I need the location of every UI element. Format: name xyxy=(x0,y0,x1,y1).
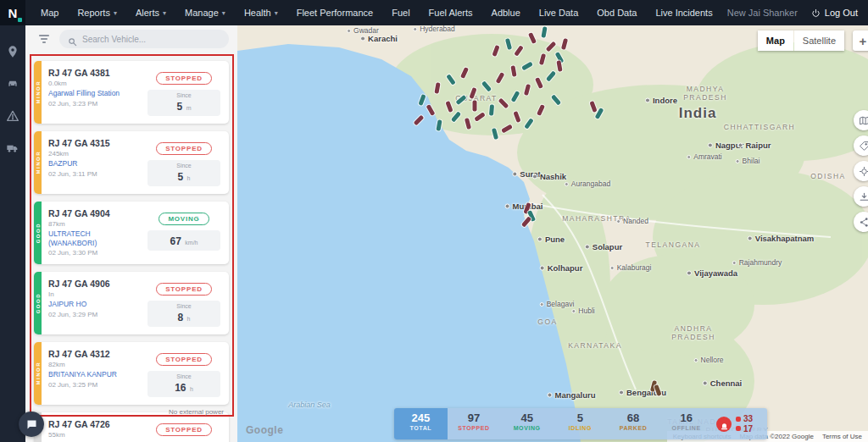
nav-item[interactable]: Live Incidents xyxy=(655,8,712,18)
status-label: TOTAL xyxy=(394,425,448,431)
vehicle-location-link[interactable]: BRITANIYA KANPUR xyxy=(48,370,141,379)
filter-icon xyxy=(37,36,51,48)
nav-item-label: Fuel xyxy=(392,8,409,18)
search-box xyxy=(59,30,229,48)
fleet-status-bar: 245 TOTAL 97 STOPPED 45 MOVING 5 xyxy=(394,408,767,439)
map-label: India xyxy=(679,105,717,122)
vehicle-card[interactable]: MINOR RJ 47 GA 4381 0.0km Agarwal Fillin… xyxy=(34,61,229,124)
map-label: ANDHRA PRADESH xyxy=(671,324,715,341)
status-badge: STOPPED xyxy=(156,423,212,436)
icon-rail xyxy=(0,25,25,442)
map-control-button[interactable] xyxy=(854,110,868,130)
vehicle-location-link[interactable]: ULTRATECH (WANAKBORI) xyxy=(48,229,141,247)
nav-item[interactable]: Adblue xyxy=(492,8,520,18)
vehicle-list-panel: MINOR RJ 47 GA 4381 0.0km Agarwal Fillin… xyxy=(25,25,237,442)
nav-item[interactable]: Fuel Alerts xyxy=(429,8,473,18)
vehicle-location-link[interactable]: JAIPUR HO xyxy=(48,300,141,309)
rail-button[interactable] xyxy=(0,100,25,132)
location-pin-icon xyxy=(6,45,19,58)
severity-stripe: MINOR xyxy=(34,61,42,124)
status-badge: STOPPED xyxy=(156,283,212,296)
map-control-button[interactable] xyxy=(854,212,868,232)
status-cell[interactable]: 68 PARKED xyxy=(607,408,660,439)
nav-item[interactable]: Fuel xyxy=(392,8,409,18)
since-label: Since xyxy=(151,303,217,309)
google-logo[interactable]: Google xyxy=(246,424,283,436)
user-name[interactable]: New Jai Shanker xyxy=(727,8,798,18)
status-cell[interactable]: 45 MOVING xyxy=(500,408,554,439)
map-control-button[interactable] xyxy=(854,161,868,181)
rail-button[interactable] xyxy=(0,68,25,100)
status-count: 45 xyxy=(500,412,554,425)
nav-item[interactable]: Obd Data xyxy=(597,8,637,18)
map-label: Kalaburagi xyxy=(610,263,652,272)
metric-unit: h xyxy=(187,175,191,181)
vehicle-timestamp: 02 Jun, 3:23 PM xyxy=(48,100,141,108)
chevron-down-icon: ▾ xyxy=(222,9,225,17)
vehicle-distance: 0.0km xyxy=(48,80,141,87)
vehicle-card[interactable]: GOOD RJ 47 GA 4906 In JAIPUR HO 02 Jun, … xyxy=(34,272,229,334)
nav-item[interactable]: Live Data xyxy=(539,8,578,18)
map-container: GwadarKarachiHyderabadGUJARATMADHYA PRAD… xyxy=(237,25,868,442)
nav-item[interactable]: Reports ▾ xyxy=(77,8,117,18)
nav-item[interactable]: Fleet Performance xyxy=(297,8,373,18)
vehicle-card[interactable]: GOOD RJ 47 GA 4904 87km ULTRATECH (WANAK… xyxy=(34,202,229,264)
map-label: Amravati xyxy=(687,152,722,161)
alerts-triangle-icon xyxy=(6,109,19,123)
map-control-button[interactable] xyxy=(854,135,868,156)
status-badge: STOPPED xyxy=(156,142,212,155)
filter-button[interactable] xyxy=(37,32,51,46)
status-cell[interactable]: 16 OFFLINE xyxy=(659,408,713,439)
since-label: Since xyxy=(151,373,217,379)
nav-item-label: Reports xyxy=(77,8,110,18)
vehicle-metric: Since 16 h xyxy=(147,371,220,397)
rail-button[interactable] xyxy=(0,36,25,68)
logout-button[interactable]: Log Out xyxy=(811,8,858,18)
vehicle-distance: 245km xyxy=(48,150,141,157)
zoom-in-button[interactable]: + xyxy=(853,30,868,51)
external-power-note: No external power xyxy=(169,408,224,416)
status-cell[interactable]: 245 TOTAL xyxy=(394,408,448,439)
alarm-summary[interactable]: 33 17 xyxy=(713,408,767,439)
vehicle-card[interactable]: MINOR RJ 47 GA 4312 82km BRITANIYA KANPU… xyxy=(34,342,229,405)
satellite-button[interactable]: Satellite xyxy=(794,30,844,51)
nav-item[interactable]: Alerts ▾ xyxy=(136,8,166,18)
nav-item[interactable]: Map xyxy=(41,8,58,18)
nav-item[interactable]: Health ▾ xyxy=(244,8,278,18)
search-input[interactable] xyxy=(82,35,220,44)
map-label: Nellore xyxy=(694,356,724,364)
vehicle-card[interactable]: MINOR RJ 47 GA 4315 245km BAZPUR 02 Jun,… xyxy=(34,131,229,194)
vehicle-location-link[interactable]: Agarwal Filling Station xyxy=(48,89,141,98)
nav-item-label: Manage xyxy=(185,8,219,18)
status-label: OFFLINE xyxy=(659,425,713,431)
app-logo[interactable]: N xyxy=(0,0,25,25)
vehicle-plate: RJ 47 GA 4906 xyxy=(48,279,141,289)
map-button[interactable]: Map xyxy=(758,30,793,51)
status-count: 245 xyxy=(394,412,448,425)
share-icon xyxy=(859,217,868,228)
map-control-button[interactable] xyxy=(854,186,868,207)
vehicle-distance: 55km xyxy=(48,431,141,439)
terms-link[interactable]: Terms of Use xyxy=(822,433,862,440)
status-cell[interactable]: 97 STOPPED xyxy=(448,408,501,439)
vehicle-marker[interactable] xyxy=(473,101,477,112)
vehicle-metric: Since 8 h xyxy=(147,301,220,327)
map-fold-icon xyxy=(859,115,868,126)
map-label: GOA xyxy=(537,318,557,326)
rail-button[interactable] xyxy=(0,132,25,164)
nav-item-label: Adblue xyxy=(492,8,520,18)
map-label: Belagavi xyxy=(540,300,575,308)
vehicle-metric: 67 km/h xyxy=(147,230,220,251)
chat-button[interactable] xyxy=(19,412,44,437)
severity-stripe: MINOR xyxy=(34,131,42,194)
logout-label: Log Out xyxy=(825,8,858,18)
status-cell[interactable]: 5 IDLING xyxy=(554,408,607,439)
vehicle-distance: 82km xyxy=(48,361,141,368)
vehicle-location-link[interactable]: BAZPUR xyxy=(48,159,141,169)
metric-value: 5 xyxy=(177,101,183,113)
since-label: Since xyxy=(151,163,217,169)
nav-item[interactable]: Manage ▾ xyxy=(185,8,225,18)
status-count: 16 xyxy=(659,412,713,425)
vehicle-card[interactable]: RJ 47 GA 4726 55km STOPPED xyxy=(34,412,229,442)
tag-icon xyxy=(859,141,868,152)
